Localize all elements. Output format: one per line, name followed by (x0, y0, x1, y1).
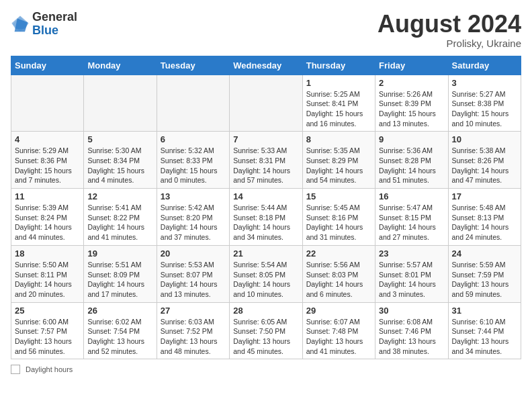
table-row: 11Sunrise: 5:39 AM Sunset: 8:24 PM Dayli… (11, 189, 84, 246)
day-number: 7 (233, 134, 298, 144)
day-info: Sunrise: 5:35 AM Sunset: 8:29 PM Dayligh… (306, 146, 371, 185)
day-info: Sunrise: 5:29 AM Sunset: 8:36 PM Dayligh… (15, 146, 80, 185)
table-row (84, 75, 157, 132)
weekday-header: Sunday (11, 56, 84, 75)
table-row: 20Sunrise: 5:53 AM Sunset: 8:07 PM Dayli… (157, 245, 229, 302)
day-info: Sunrise: 6:05 AM Sunset: 7:50 PM Dayligh… (233, 317, 298, 357)
weekday-header: Monday (84, 56, 157, 75)
day-info: Sunrise: 5:50 AM Sunset: 8:11 PM Dayligh… (15, 260, 80, 300)
logo-general: General (32, 10, 77, 24)
day-number: 10 (452, 134, 517, 144)
calendar-week-row: 18Sunrise: 5:50 AM Sunset: 8:11 PM Dayli… (11, 245, 521, 302)
day-number: 28 (233, 306, 298, 316)
day-info: Sunrise: 5:36 AM Sunset: 8:28 PM Dayligh… (379, 146, 444, 185)
table-row: 31Sunrise: 6:10 AM Sunset: 7:44 PM Dayli… (448, 302, 521, 359)
day-number: 6 (161, 134, 226, 144)
day-info: Sunrise: 5:30 AM Sunset: 8:34 PM Dayligh… (87, 146, 152, 185)
table-row: 30Sunrise: 6:08 AM Sunset: 7:46 PM Dayli… (375, 302, 448, 359)
day-number: 23 (379, 248, 444, 259)
day-number: 1 (306, 78, 371, 88)
location-label: Prolisky, Ukraine (378, 38, 521, 49)
day-info: Sunrise: 5:47 AM Sunset: 8:15 PM Dayligh… (379, 203, 444, 242)
calendar-header-row: SundayMondayTuesdayWednesdayThursdayFrid… (11, 56, 521, 75)
day-number: 11 (15, 191, 80, 201)
day-info: Sunrise: 5:57 AM Sunset: 8:01 PM Dayligh… (379, 260, 444, 300)
day-number: 12 (87, 191, 152, 201)
table-row: 25Sunrise: 6:00 AM Sunset: 7:57 PM Dayli… (11, 302, 84, 359)
table-row: 28Sunrise: 6:05 AM Sunset: 7:50 PM Dayli… (230, 302, 302, 359)
table-row: 26Sunrise: 6:02 AM Sunset: 7:54 PM Dayli… (84, 302, 157, 359)
day-number: 26 (87, 306, 152, 316)
day-info: Sunrise: 5:39 AM Sunset: 8:24 PM Dayligh… (15, 203, 80, 242)
table-row: 16Sunrise: 5:47 AM Sunset: 8:15 PM Dayli… (375, 189, 448, 246)
legend-box (11, 365, 20, 374)
day-number: 31 (452, 306, 517, 316)
table-row: 2Sunrise: 5:26 AM Sunset: 8:39 PM Daylig… (375, 75, 448, 132)
table-row: 9Sunrise: 5:36 AM Sunset: 8:28 PM Daylig… (375, 132, 448, 189)
table-row: 17Sunrise: 5:48 AM Sunset: 8:13 PM Dayli… (448, 189, 521, 246)
day-info: Sunrise: 6:07 AM Sunset: 7:48 PM Dayligh… (306, 317, 371, 357)
day-number: 15 (306, 191, 371, 201)
weekday-header: Friday (375, 56, 448, 75)
table-row (230, 75, 302, 132)
day-number: 3 (452, 78, 517, 88)
calendar-footer: Daylight hours (11, 365, 521, 374)
table-row: 3Sunrise: 5:27 AM Sunset: 8:38 PM Daylig… (448, 75, 521, 132)
table-row: 13Sunrise: 5:42 AM Sunset: 8:20 PM Dayli… (157, 189, 229, 246)
table-row: 8Sunrise: 5:35 AM Sunset: 8:29 PM Daylig… (302, 132, 375, 189)
table-row: 7Sunrise: 5:33 AM Sunset: 8:31 PM Daylig… (230, 132, 302, 189)
day-number: 4 (15, 134, 80, 144)
title-block: August 2024 Prolisky, Ukraine (378, 11, 521, 49)
day-number: 21 (233, 248, 298, 259)
weekday-header: Thursday (302, 56, 375, 75)
table-row: 24Sunrise: 5:59 AM Sunset: 7:59 PM Dayli… (448, 245, 521, 302)
day-info: Sunrise: 5:25 AM Sunset: 8:41 PM Dayligh… (306, 89, 371, 129)
calendar-week-row: 25Sunrise: 6:00 AM Sunset: 7:57 PM Dayli… (11, 302, 521, 359)
day-number: 30 (379, 306, 444, 316)
day-info: Sunrise: 5:42 AM Sunset: 8:20 PM Dayligh… (161, 203, 226, 242)
day-info: Sunrise: 5:44 AM Sunset: 8:18 PM Dayligh… (233, 203, 298, 242)
page-header: General Blue August 2024 Prolisky, Ukrai… (11, 11, 521, 49)
logo-icon (11, 15, 30, 34)
calendar-week-row: 11Sunrise: 5:39 AM Sunset: 8:24 PM Dayli… (11, 189, 521, 246)
calendar-table: SundayMondayTuesdayWednesdayThursdayFrid… (11, 56, 521, 360)
day-number: 22 (306, 248, 371, 259)
day-info: Sunrise: 5:51 AM Sunset: 8:09 PM Dayligh… (87, 260, 152, 300)
calendar-week-row: 4Sunrise: 5:29 AM Sunset: 8:36 PM Daylig… (11, 132, 521, 189)
month-year-title: August 2024 (378, 11, 521, 38)
day-number: 14 (233, 191, 298, 201)
table-row: 14Sunrise: 5:44 AM Sunset: 8:18 PM Dayli… (230, 189, 302, 246)
day-number: 16 (379, 191, 444, 201)
legend-label: Daylight hours (26, 365, 73, 373)
day-info: Sunrise: 6:00 AM Sunset: 7:57 PM Dayligh… (15, 317, 80, 357)
weekday-header: Wednesday (230, 56, 302, 75)
day-number: 19 (87, 248, 152, 259)
day-info: Sunrise: 5:38 AM Sunset: 8:26 PM Dayligh… (452, 146, 517, 185)
day-number: 13 (161, 191, 226, 201)
day-info: Sunrise: 6:02 AM Sunset: 7:54 PM Dayligh… (87, 317, 152, 357)
table-row: 5Sunrise: 5:30 AM Sunset: 8:34 PM Daylig… (84, 132, 157, 189)
day-number: 20 (161, 248, 226, 259)
day-number: 5 (87, 134, 152, 144)
logo-blue: Blue (32, 24, 58, 37)
day-info: Sunrise: 5:41 AM Sunset: 8:22 PM Dayligh… (87, 203, 152, 242)
table-row: 15Sunrise: 5:45 AM Sunset: 8:16 PM Dayli… (302, 189, 375, 246)
day-number: 8 (306, 134, 371, 144)
table-row: 10Sunrise: 5:38 AM Sunset: 8:26 PM Dayli… (448, 132, 521, 189)
day-number: 17 (452, 191, 517, 201)
table-row: 22Sunrise: 5:56 AM Sunset: 8:03 PM Dayli… (302, 245, 375, 302)
day-info: Sunrise: 5:33 AM Sunset: 8:31 PM Dayligh… (233, 146, 298, 185)
table-row: 29Sunrise: 6:07 AM Sunset: 7:48 PM Dayli… (302, 302, 375, 359)
day-info: Sunrise: 6:03 AM Sunset: 7:52 PM Dayligh… (161, 317, 226, 357)
day-info: Sunrise: 6:10 AM Sunset: 7:44 PM Dayligh… (452, 317, 517, 357)
day-info: Sunrise: 5:56 AM Sunset: 8:03 PM Dayligh… (306, 260, 371, 300)
logo: General Blue (11, 11, 77, 38)
day-info: Sunrise: 5:48 AM Sunset: 8:13 PM Dayligh… (452, 203, 517, 242)
day-number: 25 (15, 306, 80, 316)
day-number: 27 (161, 306, 226, 316)
table-row: 6Sunrise: 5:32 AM Sunset: 8:33 PM Daylig… (157, 132, 229, 189)
day-info: Sunrise: 6:08 AM Sunset: 7:46 PM Dayligh… (379, 317, 444, 357)
day-info: Sunrise: 5:59 AM Sunset: 7:59 PM Dayligh… (452, 260, 517, 300)
day-info: Sunrise: 5:53 AM Sunset: 8:07 PM Dayligh… (161, 260, 226, 300)
day-number: 2 (379, 78, 444, 88)
